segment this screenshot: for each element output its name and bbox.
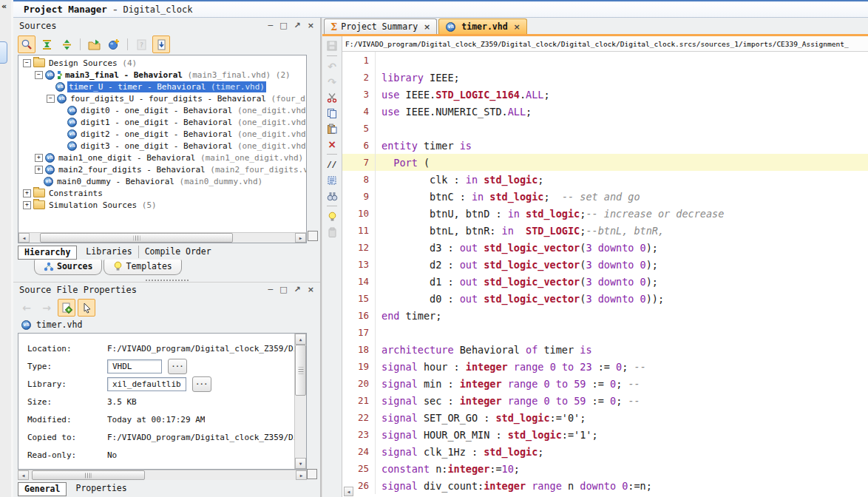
code-line[interactable]: 16end timer; (342, 307, 868, 324)
code-line[interactable]: 13 d2 : out std_logic_vector(3 downto 0)… (342, 256, 868, 273)
lightbulb-button[interactable] (325, 209, 339, 223)
code-line[interactable]: 1 (342, 52, 868, 69)
properties-tab-general[interactable]: General (18, 482, 67, 496)
scroll-thumb[interactable] (40, 233, 232, 243)
panel-drag-handle[interactable] (146, 280, 189, 281)
tree-item[interactable]: −vhfour_digits_U - four_digits - Behavio… (18, 92, 306, 104)
tree-item[interactable]: vhdigit0 - one_digit - Behavioral (one_d… (18, 104, 306, 116)
code-line[interactable]: 15 d0 : out std_logic_vector(3 downto 0)… (342, 290, 868, 307)
scroll-right-icon[interactable]: ▶ (295, 233, 306, 243)
tree-item[interactable]: +Constraints (18, 187, 306, 199)
properties-corner-button[interactable] (307, 469, 317, 479)
code-line[interactable]: 2library IEEE; (342, 69, 868, 86)
sources-tab-hierarchy[interactable]: Hierarchy (18, 246, 77, 260)
delete-button[interactable]: × (325, 137, 339, 151)
code-line[interactable]: 7 Port ( (342, 154, 868, 171)
code-line[interactable]: 10 btnU, btnD : in std_logic;-- increase… (342, 205, 868, 222)
code-line[interactable]: 6entity timer is (342, 137, 868, 154)
code-line[interactable]: 26signal div_count:integer range n downt… (342, 477, 868, 494)
code-line[interactable]: 20signal min : integer range 0 to 59 := … (342, 375, 868, 392)
code-line[interactable]: 3use IEEE.STD_LOGIC_1164.ALL; (342, 86, 868, 103)
notebook-tab-templates[interactable]: Templates (104, 260, 181, 275)
tree-item[interactable]: −Design Sources (4) (18, 57, 306, 69)
scroll-thumb[interactable] (32, 470, 146, 480)
sources-tab-compile-order[interactable]: Compile Order (139, 246, 217, 258)
code-line[interactable]: 9 btnC : in std_logic; -- set and go (342, 188, 868, 205)
code-line[interactable]: 21signal sec : integer range 0 to 59 := … (342, 392, 868, 409)
snippets-button[interactable] (325, 225, 339, 239)
save-button[interactable] (325, 38, 339, 53)
collapse-all-button[interactable] (38, 36, 55, 53)
comment-button[interactable]: // (325, 158, 339, 172)
close-icon[interactable]: × (308, 285, 314, 294)
code-line[interactable]: 18architecture Behavioral of timer is (342, 341, 868, 358)
tree-item[interactable]: vhdigit3 - one_digit - Behavioral (one_d… (18, 140, 306, 152)
property-field[interactable]: VHDL (107, 359, 162, 373)
tree-expander-minus[interactable]: − (23, 59, 31, 67)
tree-item[interactable]: −vhmain3_final - Behavioral (main3_final… (18, 69, 306, 81)
browse-button[interactable]: ... (192, 376, 211, 392)
code-line[interactable]: 11 btnL, btnR: in STD_LOGIC;--btnL, btnR… (342, 222, 868, 239)
properties-tab-properties[interactable]: Properties (69, 482, 132, 495)
tree-expander-plus[interactable]: + (35, 166, 43, 174)
scroll-down-icon[interactable]: ▼ (295, 458, 306, 469)
scroll-up-icon[interactable]: ▲ (295, 334, 306, 345)
tree-expander-plus[interactable]: + (35, 154, 43, 162)
notebook-tab-sources[interactable]: Sources (34, 260, 102, 275)
expand-all-button[interactable] (58, 36, 75, 53)
code-scroll-left-icon[interactable]: ◀ (344, 487, 353, 496)
tree-item[interactable]: +Simulation Sources (5) (18, 199, 306, 211)
code-line[interactable]: 19signal hour : integer range 0 to 23 :=… (342, 358, 868, 375)
close-icon[interactable]: × (308, 21, 314, 30)
code-line[interactable]: 4use IEEE.NUMERIC_STD.ALL; (342, 103, 868, 120)
editor-tab-project-summary[interactable]: ΣProject Summary× (324, 18, 437, 34)
back-button[interactable]: ← (18, 299, 35, 317)
undo-button[interactable]: ↶ (325, 59, 339, 73)
paste-button[interactable] (325, 121, 339, 135)
sources-tab-libraries[interactable]: Libraries (80, 246, 138, 258)
code-line[interactable]: 14 d1 : out std_logic_vector(3 downto 0)… (342, 273, 868, 290)
rail-stub-button[interactable] (0, 41, 7, 64)
maximize-icon[interactable]: □ (279, 285, 287, 294)
tree-item[interactable]: vhdigit2 - one_digit - Behavioral (one_d… (18, 128, 306, 140)
redo-button[interactable]: ↷ (325, 75, 339, 89)
float-icon[interactable]: ↗ (294, 285, 301, 294)
copy-button[interactable] (325, 106, 339, 120)
tree-item[interactable]: +vhmain1_one_digit - Behavioral (main1_o… (18, 152, 306, 163)
code-line[interactable]: 22signal SET_OR_GO : std_logic:='0'; (342, 409, 868, 426)
scroll-to-button[interactable] (152, 36, 170, 53)
code-line[interactable]: 24signal clk_1Hz : std_logic; (342, 443, 868, 460)
scroll-left-icon[interactable]: ◀ (18, 470, 29, 480)
scroll-track[interactable] (295, 345, 306, 458)
tree-expander-plus[interactable]: + (23, 189, 31, 197)
find-button[interactable] (325, 189, 339, 203)
scroll-right-icon[interactable]: ▶ (296, 470, 307, 480)
browse-button[interactable]: ... (168, 359, 187, 374)
tree-corner-button[interactable] (308, 231, 318, 241)
code-line[interactable]: 17 (342, 324, 868, 341)
tree-item[interactable]: vhdigit1 - one_digit - Behavioral (one_d… (18, 116, 306, 128)
property-field[interactable]: xil_defaultlib (107, 377, 186, 391)
collapse-rail-icon[interactable]: « (1, 1, 7, 11)
code-area[interactable]: 12library IEEE;3use IEEE.STD_LOGIC_1164.… (342, 52, 868, 497)
scroll-track[interactable] (30, 233, 295, 243)
minimize-icon[interactable]: ─ (268, 21, 274, 30)
tree-expander-minus[interactable]: − (47, 95, 55, 103)
editor-tab-timer.vhd[interactable]: vhtimer.vhd× (438, 18, 527, 34)
maximize-icon[interactable]: □ (279, 21, 287, 30)
edit-properties-button[interactable] (58, 299, 75, 317)
scroll-track[interactable] (29, 470, 296, 480)
tree-item[interactable]: vhmain0_dummy - Behavioral (main0_dummy.… (18, 175, 306, 187)
tree-item[interactable]: +vhmain2_four_digits - Behavioral (main2… (18, 163, 306, 175)
add-sources-button[interactable] (85, 36, 103, 53)
cut-button[interactable] (325, 90, 339, 104)
code-line[interactable]: 8 clk : in std_logic; (342, 171, 868, 188)
forward-button[interactable]: → (38, 299, 55, 317)
float-icon[interactable]: ↗ (294, 21, 301, 30)
block-comment-button[interactable] (325, 173, 339, 187)
help-button[interactable]: ? (132, 36, 150, 53)
tree-item[interactable]: vhtimer_U - timer - Behavioral (timer.vh… (18, 81, 306, 92)
scroll-left-icon[interactable]: ◀ (18, 233, 30, 243)
search-button[interactable] (18, 36, 35, 53)
code-line[interactable]: 25constant n:integer:=10; (342, 460, 868, 477)
